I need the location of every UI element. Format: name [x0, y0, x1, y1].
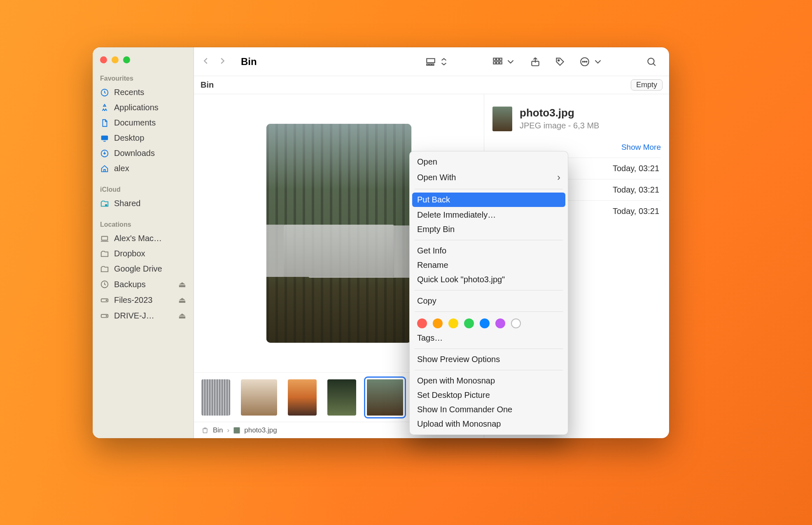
sidebar-item-label: Files-2023: [114, 295, 152, 305]
download-icon: [100, 149, 109, 158]
tags-button[interactable]: [550, 54, 570, 70]
show-more-button[interactable]: Show More: [492, 143, 661, 152]
group-by-button[interactable]: [487, 54, 521, 70]
folder-icon: [100, 265, 109, 274]
ctx-quick-look[interactable]: Quick Look "photo3.jpg": [410, 272, 568, 287]
svg-point-10: [106, 316, 107, 316]
sidebar-item-label: Recents: [114, 88, 144, 97]
breadcrumb-folder[interactable]: Bin: [213, 426, 223, 434]
ctx-commander-one[interactable]: Show In Commander One: [410, 402, 568, 417]
svg-point-27: [648, 58, 654, 64]
sidebar-item-files2023[interactable]: Files-2023 ⏏: [93, 292, 194, 308]
ctx-copy[interactable]: Copy: [410, 294, 568, 308]
ctx-open[interactable]: Open: [410, 155, 568, 169]
sidebar-item-drivej[interactable]: DRIVE-J… ⏏: [93, 308, 194, 323]
sidebar-item-label: Alex's Mac…: [114, 234, 162, 243]
ctx-rename[interactable]: Rename: [410, 258, 568, 272]
info-value: Today, 03:21: [613, 207, 659, 216]
sidebar-item-downloads[interactable]: Downloads: [93, 146, 194, 161]
share-button[interactable]: [525, 54, 546, 70]
tag-orange[interactable]: [433, 318, 443, 328]
sidebar-item-label: Shared: [114, 199, 141, 208]
sidebar-item-home[interactable]: alex: [93, 161, 194, 176]
svg-rect-13: [429, 64, 431, 65]
ctx-empty-bin[interactable]: Empty Bin: [410, 222, 568, 237]
thumbnail[interactable]: [288, 379, 317, 416]
tag-red[interactable]: [417, 318, 427, 328]
svg-rect-5: [102, 236, 108, 240]
back-button[interactable]: [201, 56, 210, 67]
thumbnail[interactable]: [201, 379, 230, 416]
eject-icon[interactable]: ⏏: [178, 311, 186, 321]
preview-image[interactable]: [266, 124, 411, 343]
sidebar-item-label: Desktop: [114, 133, 144, 143]
ctx-tags[interactable]: Tags…: [410, 331, 568, 345]
svg-point-4: [105, 204, 107, 206]
apps-icon: [100, 103, 109, 112]
disk-icon: [100, 311, 109, 320]
svg-rect-2: [103, 141, 106, 142]
home-icon: [100, 164, 109, 173]
ctx-upload-monosnap[interactable]: Upload with Monosnap: [410, 417, 568, 431]
ctx-get-info[interactable]: Get Info: [410, 244, 568, 258]
svg-rect-11: [427, 58, 435, 63]
sidebar-item-documents[interactable]: Documents: [93, 115, 194, 130]
svg-point-24: [583, 61, 583, 62]
thumbnail[interactable]: [241, 379, 277, 416]
laptop-icon: [100, 234, 109, 243]
view-gallery-button[interactable]: [420, 54, 454, 70]
info-kind-size: JPEG image - 6,3 MB: [520, 121, 599, 130]
thumbnail-selected[interactable]: [367, 379, 403, 416]
context-menu: Open Open With Put Back Delete Immediate…: [409, 151, 568, 435]
sidebar-item-dropbox[interactable]: Dropbox: [93, 246, 194, 261]
tag-blue[interactable]: [480, 318, 490, 328]
eject-icon[interactable]: ⏏: [178, 295, 186, 305]
svg-point-22: [558, 60, 559, 61]
sidebar-item-gdrive[interactable]: Google Drive: [93, 261, 194, 276]
sidebar-item-recents[interactable]: Recents: [93, 85, 194, 100]
ctx-delete-immediately[interactable]: Delete Immediately…: [410, 208, 568, 222]
thumbnail[interactable]: [327, 379, 356, 416]
tag-yellow[interactable]: [448, 318, 458, 328]
sidebar-item-label: Downloads: [114, 149, 155, 158]
breadcrumb-file[interactable]: photo3.jpg: [244, 426, 277, 434]
minimize-window-button[interactable]: [112, 56, 119, 63]
sidebar-item-label: Dropbox: [114, 249, 145, 258]
sidebar-item-label: Documents: [114, 118, 156, 128]
ctx-preview-options[interactable]: Show Preview Options: [410, 352, 568, 367]
sidebar-item-shared[interactable]: Shared: [93, 196, 194, 211]
window-controls: [93, 53, 194, 72]
ctx-tag-colors: [410, 315, 568, 331]
location-bar: Bin Empty: [194, 76, 669, 94]
forward-button[interactable]: [218, 56, 227, 67]
clock-icon: [100, 88, 109, 97]
ctx-put-back[interactable]: Put Back: [412, 193, 565, 207]
sidebar-item-applications[interactable]: Applications: [93, 100, 194, 115]
svg-rect-12: [427, 64, 428, 65]
ctx-open-with[interactable]: Open With: [410, 169, 568, 186]
svg-point-8: [106, 300, 107, 301]
svg-rect-14: [432, 64, 434, 65]
sidebar-item-desktop[interactable]: Desktop: [93, 130, 194, 146]
sidebar-item-mac[interactable]: Alex's Mac…: [93, 231, 194, 246]
svg-rect-1: [101, 135, 108, 140]
ctx-open-monosnap[interactable]: Open with Monosnap: [410, 374, 568, 388]
zoom-window-button[interactable]: [123, 56, 130, 63]
doc-icon: [100, 118, 109, 128]
info-thumbnail: [492, 107, 512, 131]
tag-none[interactable]: [511, 318, 521, 328]
sidebar-item-label: Applications: [114, 103, 159, 112]
empty-bin-button[interactable]: Empty: [631, 79, 663, 91]
search-button[interactable]: [641, 54, 662, 70]
info-value: Today, 03:21: [613, 185, 659, 195]
action-menu-button[interactable]: [574, 54, 608, 70]
svg-rect-20: [499, 62, 502, 64]
eject-icon[interactable]: ⏏: [178, 279, 186, 289]
close-window-button[interactable]: [100, 56, 107, 63]
tag-green[interactable]: [464, 318, 474, 328]
ctx-set-desktop[interactable]: Set Desktop Picture: [410, 388, 568, 402]
svg-rect-19: [497, 62, 499, 64]
sidebar-item-backups[interactable]: Backups ⏏: [93, 276, 194, 292]
sidebar-section-title: Favourites: [93, 72, 194, 85]
tag-purple[interactable]: [495, 318, 505, 328]
